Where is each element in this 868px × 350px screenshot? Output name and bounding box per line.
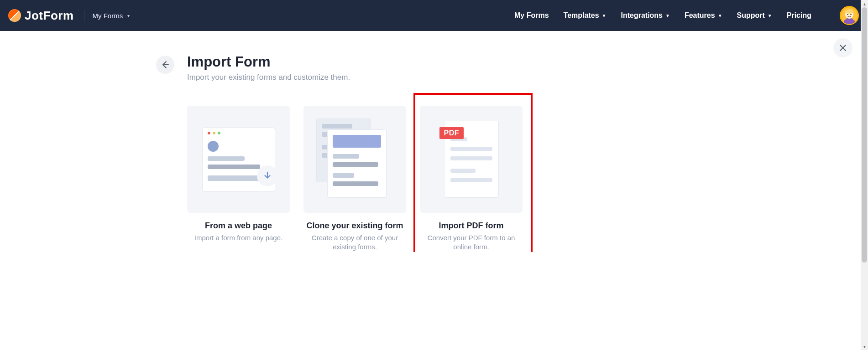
scroll-thumb[interactable] [862,7,867,252]
arrow-left-icon [161,60,170,69]
chevron-down-icon: ▼ [665,13,670,18]
scrollbar[interactable]: ▴ ▾ [861,0,868,252]
logo-icon [8,9,21,22]
page-heading-row: Import Form Import your existing forms a… [156,54,685,82]
chevron-down-icon: ▼ [602,13,607,18]
pdf-badge: PDF [439,127,464,139]
content-wrap: Import Form Import your existing forms a… [156,54,685,252]
nav-my-forms[interactable]: My Forms [514,11,549,20]
card-illustration: PDF [420,106,523,213]
nav-integrations[interactable]: Integrations▼ [621,11,669,20]
card-clone-form[interactable]: Clone your existing form Create a copy o… [303,106,406,252]
card-illustration [187,106,290,213]
nav-features[interactable]: Features▼ [685,11,722,20]
svg-point-2 [847,14,848,15]
pdf-document-icon: PDF [444,121,499,198]
card-title: Clone your existing form [303,221,406,231]
clone-sheets-icon [316,118,394,201]
browser-window-icon [202,127,275,192]
primary-nav: My Forms Templates▼ Integrations▼ Featur… [514,6,859,25]
avatar[interactable] [840,6,859,25]
workspace-label: My Forms [93,12,123,20]
card-desc: Create a copy of one of your existing fo… [303,233,406,252]
page: Import Form Import your existing forms a… [0,31,868,252]
back-button[interactable] [156,56,174,74]
nav-pricing[interactable]: Pricing [787,11,811,20]
page-heading-text: Import Form Import your existing forms a… [187,54,350,82]
card-title: From a web page [187,221,290,231]
card-import-pdf[interactable]: PDF Import PDF form Convert your PDF for… [420,106,523,252]
option-cards: From a web page Import a form from any p… [187,106,685,252]
workspace-dropdown[interactable]: My Forms ▾ [93,12,130,20]
logo-text: JotForm [25,9,74,23]
nav-support[interactable]: Support▼ [737,11,772,20]
chevron-down-icon: ▼ [768,13,772,18]
scroll-up-button[interactable]: ▴ [861,0,868,7]
chevron-down-icon: ▼ [718,13,722,18]
avatar-icon [841,7,858,24]
card-desc: Convert your PDF form to an online form. [420,233,523,252]
page-subtitle: Import your existing forms and customize… [187,73,350,82]
nav-templates[interactable]: Templates▼ [564,11,607,20]
page-title: Import Form [187,54,350,70]
card-illustration [303,106,406,213]
svg-point-3 [850,14,852,15]
logo[interactable]: JotForm [8,9,74,23]
card-title: Import PDF form [420,221,523,231]
close-icon [839,44,847,51]
header-divider [84,10,84,21]
app-header: JotForm My Forms ▾ My Forms Templates▼ I… [0,0,868,31]
close-button[interactable] [833,38,852,57]
download-icon [257,165,278,186]
card-from-web-page[interactable]: From a web page Import a form from any p… [187,106,290,252]
chevron-down-icon: ▾ [127,13,130,18]
card-desc: Import a form from any page. [187,233,290,242]
